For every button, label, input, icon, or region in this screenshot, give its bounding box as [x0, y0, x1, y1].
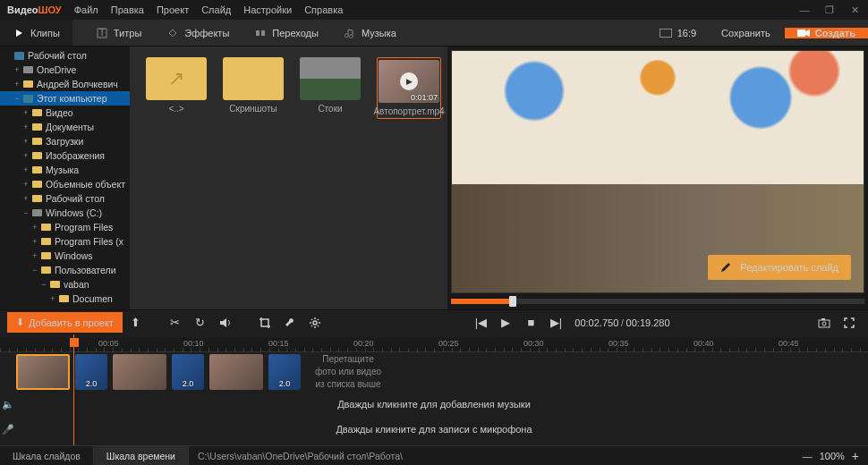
next-button[interactable]: ▶| [544, 311, 567, 334]
tree-item[interactable]: +Документы [0, 120, 130, 134]
tree-item[interactable]: −vaban [0, 277, 130, 292]
tree-item[interactable]: Рабочий стол [0, 48, 130, 63]
menu-edit[interactable]: Правка [111, 4, 144, 15]
folder-item[interactable]: ▶0:01:07Автопортрет.mp4 [377, 57, 441, 119]
cut-button[interactable]: ✂ [164, 311, 187, 334]
folder-item[interactable]: ↗<..> [146, 57, 207, 114]
speaker-icon: 🔈 [2, 399, 14, 410]
music-track[interactable]: 🔈 Дважды кликните для добавления музыки [0, 392, 868, 417]
tab-titles[interactable]: T Титры [83, 20, 154, 46]
tab-label: Эффекты [184, 28, 229, 38]
snapshot-button[interactable] [813, 311, 836, 334]
tree-item[interactable]: +Изображения [0, 148, 130, 163]
drop-hint: Перетащитефото или видеоиз списка выше [315, 353, 381, 391]
video-clip[interactable] [113, 354, 166, 390]
tree-item[interactable]: −Пользователи [0, 263, 130, 277]
tree-item[interactable]: −Windows (C:) [0, 206, 130, 220]
app-logo: ВидеоШОУ [7, 4, 62, 15]
mic-icon: 🎤 [2, 424, 14, 435]
tree-item[interactable]: +Documen [0, 292, 130, 306]
folder-view: ↗<..>СкриншотыСтоки▶0:01:07Автопортрет.m… [130, 46, 447, 309]
tree-item[interactable]: +Рабочий стол [0, 191, 130, 206]
music-icon [344, 27, 356, 39]
mic-track[interactable]: 🎤 Дважды кликните для записи с микрофона [0, 417, 868, 442]
tree-item[interactable]: −Этот компьютер [0, 91, 130, 106]
zoom-out-button[interactable]: — [803, 451, 813, 461]
svg-marker-7 [220, 318, 226, 327]
tab-label: Титры [114, 28, 141, 38]
rotate-button[interactable]: ↻ [189, 311, 212, 334]
tree-item[interactable]: +OneDrive [0, 63, 130, 77]
svg-text:T: T [98, 28, 105, 38]
tab-music[interactable]: Музыка [331, 20, 409, 46]
titles-icon: T [96, 27, 108, 39]
transition-clip[interactable]: 2.0 [172, 354, 204, 390]
folder-item[interactable]: Стоки [300, 57, 361, 114]
menu-help[interactable]: Справка [304, 4, 343, 15]
play-button[interactable]: ▶ [494, 311, 517, 334]
preview-viewport[interactable]: Редактировать слайд [451, 50, 864, 293]
current-path: C:\Users\vaban\OneDrive\Рабочий стол\Раб… [189, 446, 794, 465]
timeline-ruler[interactable]: 00:0500:1000:1500:2000:2500:3000:3500:40… [0, 338, 868, 352]
upload-button[interactable]: ⬆ [124, 311, 148, 334]
menu-file[interactable]: Файл [74, 4, 98, 15]
wrench-button[interactable] [278, 311, 302, 334]
svg-rect-9 [819, 320, 830, 327]
main-toolbar: Клипы T Титры Эффекты Переходы Музыка 16… [0, 20, 868, 46]
add-to-project-button[interactable]: ⬇ Добавить в проект [7, 312, 123, 333]
aspect-ratio[interactable]: 16:9 [649, 28, 707, 38]
save-button[interactable]: Сохранить [707, 28, 785, 38]
tab-effects[interactable]: Эффекты [154, 20, 242, 46]
menu-project[interactable]: Проект [157, 4, 189, 15]
preview-scrubber[interactable] [451, 299, 864, 304]
svg-rect-4 [261, 30, 265, 36]
video-clip[interactable] [209, 354, 263, 390]
window-maximize[interactable]: ❐ [823, 4, 836, 16]
transitions-icon [254, 27, 267, 39]
edit-slide-button[interactable]: Редактировать слайд [708, 255, 851, 280]
svg-rect-3 [256, 30, 260, 36]
effects-icon [166, 27, 179, 39]
tab-label: Клипы [30, 28, 60, 38]
window-close[interactable]: ✕ [848, 4, 861, 16]
svg-rect-11 [821, 318, 825, 320]
zoom-in-button[interactable]: + [852, 449, 859, 463]
svg-rect-5 [797, 30, 805, 37]
transition-clip[interactable]: 2.0 [268, 354, 301, 390]
tree-item[interactable]: +Загрузки [0, 134, 130, 148]
create-button[interactable]: Создать [785, 28, 868, 38]
controls-bar: ⬇ Добавить в проект ⬆ ✂ ↻ |◀ ▶ ■ ▶| 00:0… [0, 309, 868, 334]
tree-item[interactable]: +Windows [0, 249, 130, 263]
zoom-controls: — 100% + [794, 446, 868, 465]
folder-item[interactable]: Скриншоты [223, 57, 284, 114]
download-icon: ⬇ [16, 317, 24, 328]
fullscreen-button[interactable] [838, 311, 861, 334]
tree-item[interactable]: +Program Files (x [0, 234, 130, 249]
tree-item[interactable]: +Видео [0, 106, 130, 120]
prev-button[interactable]: |◀ [469, 311, 492, 334]
stop-button[interactable]: ■ [519, 311, 542, 334]
crop-button[interactable] [253, 311, 277, 334]
slides-scale-tab[interactable]: Шкала слайдов [0, 446, 94, 465]
menu-slide[interactable]: Слайд [201, 4, 231, 15]
tree-item[interactable]: +Объемные объект [0, 177, 130, 191]
window-minimize[interactable]: — [798, 4, 811, 16]
tab-clips[interactable]: Клипы [0, 20, 72, 46]
menu-settings[interactable]: Настройки [243, 4, 292, 15]
svg-marker-6 [805, 30, 810, 37]
volume-button[interactable] [214, 311, 237, 334]
svg-point-10 [822, 322, 826, 326]
tree-item[interactable]: +Андрей Волчкевич [0, 77, 130, 91]
tab-transitions[interactable]: Переходы [242, 20, 331, 46]
svg-marker-0 [16, 30, 22, 37]
video-track[interactable]: 2.02.02.0Перетащитефото или видеоиз спис… [0, 352, 868, 392]
video-clip[interactable] [16, 354, 70, 390]
settings-button[interactable] [303, 311, 327, 334]
timeline: 00:0500:1000:1500:2000:2500:3000:3500:40… [0, 334, 868, 445]
time-scale-tab[interactable]: Шкала времени [94, 446, 189, 465]
transition-clip[interactable]: 2.0 [75, 354, 107, 390]
folder-tree-sidebar: Рабочий стол+OneDrive+Андрей Волчкевич−Э… [0, 46, 130, 309]
tab-label: Переходы [272, 28, 319, 38]
tree-item[interactable]: +Program Files [0, 220, 130, 234]
tree-item[interactable]: +Музыка [0, 163, 130, 177]
